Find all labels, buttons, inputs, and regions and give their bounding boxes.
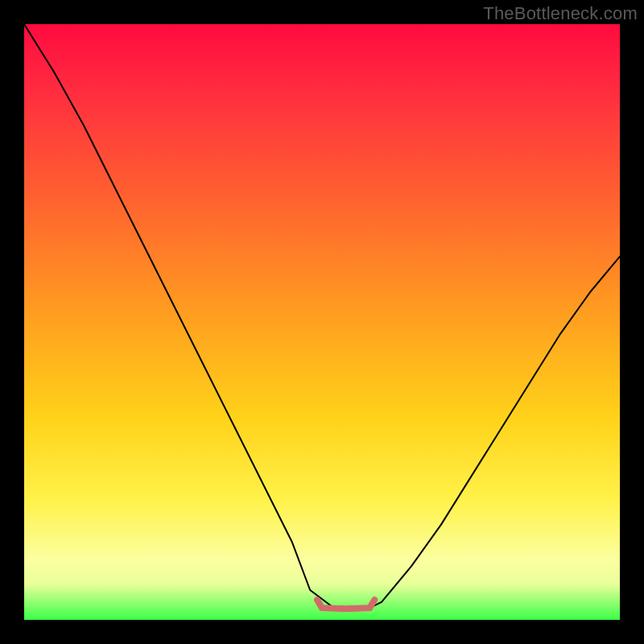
chart-frame: TheBottleneck.com [0,0,644,644]
bottleneck-curve-path [24,24,620,608]
curve-svg [24,24,620,620]
watermark-text: TheBottleneck.com [483,3,638,24]
plot-area [24,24,620,620]
